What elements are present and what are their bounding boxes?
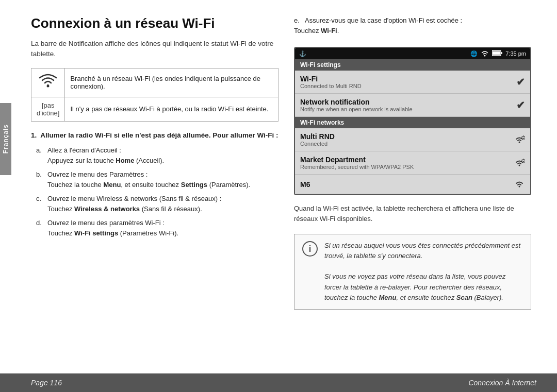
- sub-step-a: a. Allez à l'écran d'Accueil : Appuyez s…: [36, 145, 278, 165]
- sub-steps: a. Allez à l'écran d'Accueil : Appuyez s…: [31, 145, 278, 238]
- wifi-status-icon: [481, 49, 489, 58]
- step-letter-a: a.: [36, 145, 44, 165]
- bottom-text-content: Quand la Wi-Fi est activée, la tablette …: [294, 204, 514, 223]
- svg-point-1: [484, 55, 486, 57]
- status-left: ⚓: [299, 50, 306, 57]
- usb-icon: ⚓: [299, 50, 306, 57]
- step-letter-b: b.: [36, 169, 44, 190]
- multirnd-left: Multi RND Connected: [300, 132, 514, 147]
- status-right: 🌐: [470, 49, 526, 58]
- svg-point-0: [47, 84, 50, 87]
- phone-notification-subtitle: Notify me when an open network is availa…: [300, 106, 516, 112]
- svg-rect-10: [523, 161, 524, 162]
- sidebar-tab: Français: [0, 103, 11, 175]
- svg-text:i: i: [308, 244, 311, 254]
- wifi-icon-cell: [31, 68, 65, 97]
- svg-point-5: [519, 141, 520, 143]
- phone-network-item-market[interactable]: Market Department Remembered, secured wi…: [295, 151, 530, 175]
- step1-heading: 1. Allumer la radio Wi-Fi si elle n'est …: [31, 131, 278, 141]
- left-column: Connexion à un réseau Wi-Fi La barre de …: [31, 15, 278, 363]
- svg-rect-7: [523, 138, 524, 139]
- multirnd-title: Multi RND: [300, 132, 514, 141]
- time-display: 7:35 pm: [505, 50, 526, 57]
- multirnd-subtitle: Connected: [300, 141, 514, 147]
- notification-checkmark-icon: ✔: [516, 99, 525, 111]
- right-column: e. Assurez-vous que la case d'option Wi-…: [294, 15, 531, 363]
- phone-wifi-subtitle: Connected to Multi RND: [300, 83, 516, 89]
- table-cell-noicon-desc: Il n'y a pas de réseaux Wi-Fi à portée, …: [65, 97, 278, 121]
- step1-number: 1.: [31, 131, 40, 139]
- market-subtitle: Remembered, secured with WPA/WPA2 PSK: [300, 164, 514, 170]
- page-title: Connexion à un réseau Wi-Fi: [31, 15, 278, 31]
- phone-wifi-title: Wi-Fi: [300, 75, 516, 83]
- sidebar-tab-label: Français: [2, 124, 9, 154]
- phone-statusbar: ⚓ 🌐: [295, 48, 530, 59]
- bottom-right-text: Quand la Wi-Fi est activée, la tablette …: [294, 203, 531, 224]
- phone-network-item-m6[interactable]: M6: [295, 175, 530, 194]
- info-text-p2: Si vous ne voyez pas votre réseau dans l…: [324, 271, 523, 302]
- main-content: Connexion à un réseau Wi-Fi La barre de …: [0, 0, 557, 373]
- wifi-settings-header: Wi-Fi settings: [295, 59, 530, 71]
- intro-text: La barre de Notification affiche des icô…: [31, 39, 278, 60]
- no-wifi-text: Il n'y a pas de réseaux Wi-Fi à portée, …: [70, 105, 268, 113]
- wifi-lock-icon-1: [514, 134, 525, 145]
- phone-wifi-item[interactable]: Wi-Fi Connected to Multi RND ✔: [295, 71, 530, 94]
- sub-step-b: b. Ouvrez le menu des Paramètres : Touch…: [36, 169, 278, 190]
- step-letter-d: d.: [36, 218, 44, 238]
- step1-text: Allumer la radio Wi-Fi si elle n'est pas…: [40, 131, 278, 139]
- step-e-letter: e.: [294, 16, 303, 24]
- step-e-text: e. Assurez-vous que la case d'option Wi-…: [294, 15, 531, 36]
- step-d-content: Ouvrez le menu des paramètres Wi-Fi : To…: [47, 218, 278, 238]
- wifi-lock-icon-2: [514, 158, 525, 168]
- wifi-connected-text: Branché à un réseau Wi-Fi (les ondes ind…: [70, 75, 260, 90]
- footer-page-number: Page 116: [31, 379, 62, 387]
- svg-point-8: [519, 164, 520, 166]
- phone-wifi-item-left: Wi-Fi Connected to Multi RND: [300, 75, 516, 89]
- table-row: [pasd'icône] Il n'y a pas de réseaux Wi-…: [31, 97, 278, 121]
- step-b-content: Ouvrez le menu des Paramètres : Touchez …: [47, 169, 278, 190]
- wifi-checkmark-icon: ✔: [516, 76, 525, 88]
- step-a-content: Allez à l'écran d'Accueil : Appuyez sur …: [47, 145, 278, 165]
- market-left: Market Department Remembered, secured wi…: [300, 156, 514, 170]
- table-cell-wifi-desc: Branché à un réseau Wi-Fi (les ondes ind…: [65, 68, 278, 97]
- sub-step-c: c. Ouvrez le menu Wireless & networks (S…: [36, 194, 278, 214]
- step-c-content: Ouvrez le menu Wireless & networks (Sans…: [47, 194, 278, 214]
- phone-notification-item-left: Network notification Notify me when an o…: [300, 98, 516, 112]
- page-container: Français Connexion à un réseau Wi-Fi La …: [0, 0, 557, 392]
- wifi-signal-icon: [38, 76, 58, 92]
- no-icon-label: [pasd'icône]: [37, 101, 59, 117]
- phone-network-item-multirnd[interactable]: Multi RND Connected: [295, 128, 530, 151]
- info-box: i Si un réseau auquel vous vous êtes con…: [294, 234, 531, 310]
- info-text-p1: Si un réseau auquel vous vous êtes conne…: [324, 241, 523, 261]
- table-row: Branché à un réseau Wi-Fi (les ondes ind…: [31, 68, 278, 97]
- m6-left: M6: [300, 180, 514, 189]
- footer: Page 116 Connexion À Internet: [0, 373, 557, 392]
- phone-screenshot: ⚓ 🌐: [294, 47, 531, 195]
- m6-title: M6: [300, 180, 514, 189]
- info-icon: i: [302, 241, 318, 303]
- svg-rect-3: [501, 52, 503, 54]
- phone-notification-item[interactable]: Network notification Notify me when an o…: [295, 94, 530, 117]
- wifi-icon-3: [514, 179, 525, 190]
- market-title: Market Department: [300, 156, 514, 164]
- footer-section-title: Connexion À Internet: [468, 379, 536, 387]
- svg-rect-4: [493, 52, 500, 55]
- step-letter-c: c.: [36, 194, 44, 214]
- globe-icon: 🌐: [470, 50, 478, 57]
- wifi-table: Branché à un réseau Wi-Fi (les ondes ind…: [31, 68, 278, 122]
- sub-step-d: d. Ouvrez le menu des paramètres Wi-Fi :…: [36, 218, 278, 238]
- wifi-networks-header: Wi-Fi networks: [295, 117, 530, 128]
- phone-notification-title: Network notification: [300, 98, 516, 106]
- steps-section: 1. Allumer la radio Wi-Fi si elle n'est …: [31, 131, 278, 238]
- battery-icon: [492, 50, 502, 57]
- info-text-content: Si un réseau auquel vous vous êtes conne…: [324, 241, 523, 303]
- no-icon-cell: [pasd'icône]: [31, 97, 65, 121]
- svg-point-11: [519, 186, 520, 188]
